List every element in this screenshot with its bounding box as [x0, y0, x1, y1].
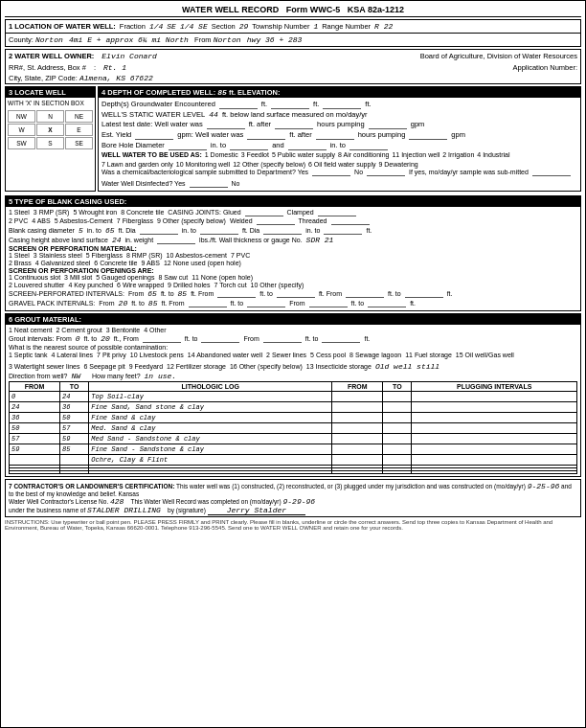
plug-from: [332, 455, 383, 466]
section6-label: 6 GROUT MATERIAL:: [6, 314, 580, 325]
s5-perf-label: SCREEN OR PERFORATION MATERIAL:: [9, 245, 577, 252]
section7-record-label: This Water Well Record was completed on …: [131, 498, 282, 505]
s6-grout-to: 20: [101, 334, 110, 343]
s4-static-label: WELL'S STATIC WATER LEVEL: [101, 110, 205, 119]
plug-from: [332, 392, 383, 402]
plug-to: [383, 455, 412, 466]
section1-county-val: Norton: [35, 35, 63, 44]
s4-bore-label: Bore Hole Diameter: [101, 141, 165, 149]
s4-gw-label: Depth(s) Groundwater Encountered: [101, 100, 215, 108]
plug-to: [383, 402, 412, 413]
s5-screen-perf-label: SCREEN-PERFORATED INTERVALS:: [9, 290, 124, 297]
section2-rr-val: Rt. 1: [103, 63, 126, 72]
plug-interval: [412, 471, 577, 474]
litho-to: 57: [60, 423, 89, 434]
s6-howmany-val: in use.: [145, 372, 177, 380]
litho-to: 59: [60, 434, 89, 444]
s5-from1: 65: [147, 289, 157, 298]
s5-blank-diam-val: 5: [79, 226, 83, 235]
plug-interval: [412, 434, 577, 444]
s4-est-val: [135, 130, 173, 140]
litho-to: [60, 471, 89, 474]
col-from2: FROM: [332, 382, 383, 392]
plug-to: [383, 423, 412, 434]
litho-log: Fine Sand & clay: [89, 413, 332, 423]
s6-dir-val: NW: [71, 372, 80, 380]
section1-section-no: 29: [239, 22, 249, 31]
section1-label: 1 LOCATION OF WATER WELL:: [9, 22, 116, 31]
section7-business-val: STALDER DRILLING: [87, 506, 161, 514]
section1-township-val: 1: [313, 22, 318, 31]
litho-log: Fine Sand - Sandstone & clay: [89, 444, 332, 455]
map-nw: NW: [8, 110, 35, 123]
s5-screen-label: SCREEN OR PERFORATION OPENINGS ARE:: [9, 267, 577, 274]
section7-license-label: Water Well Contractor's License No.: [9, 498, 108, 505]
litho-to: [60, 455, 89, 466]
section1-direction-val: hwy 36 + 283: [247, 35, 303, 44]
table-row: Ochre, Clay & Flint: [10, 455, 577, 466]
section7-record-date: 9-29-96: [282, 497, 315, 506]
instructions-text: INSTRUCTIONS: Use typewriter or ball poi…: [5, 519, 552, 531]
section1-distance-val: 4mi E + approx 6¾ mi North: [69, 35, 189, 44]
map-ne: NE: [65, 110, 93, 123]
plug-to: [383, 434, 412, 444]
section-4: 4 DEPTH OF COMPLETED WELL: 85 ft. ELEVAT…: [98, 86, 581, 192]
litho-from: 50: [10, 423, 60, 434]
map-n: N: [36, 110, 64, 123]
litho-to: 85: [60, 444, 89, 455]
section-6: 6 GROUT MATERIAL: 1 Neat cement 2 Cement…: [5, 313, 581, 477]
s6-howmany-label: How many feet?: [92, 373, 141, 379]
col-to1: TO: [60, 382, 89, 392]
litho-from: 24: [10, 402, 60, 413]
section4-label: 4 DEPTH OF COMPLETED WELL: 85 ft. ELEVAT…: [99, 87, 580, 98]
litho-to: 36: [60, 402, 89, 413]
table-row: 57 59 Med Sand - Sandstone & clay: [10, 434, 577, 444]
col-to2: TO: [383, 382, 412, 392]
litho-to: 24: [60, 392, 89, 402]
col-from1: FROM: [10, 382, 60, 392]
table-row: 59 85 Fine Sand - Sandstone & clay: [10, 444, 577, 455]
col-plug: PLUGGING INTERVALS: [412, 382, 577, 392]
section7-sig-label: by (signature): [168, 507, 206, 513]
plug-from: [332, 423, 383, 434]
s6-dir-label: Direction from well?: [9, 373, 67, 379]
plug-to: [383, 413, 412, 423]
plug-from: [332, 471, 383, 474]
section7-sig-val: Jerry Stalder: [208, 506, 305, 515]
litho-from: [10, 455, 60, 466]
plug-to: [383, 392, 412, 402]
plug-interval: [412, 413, 577, 423]
litho-to: 50: [60, 413, 89, 423]
section-2: 2 WATER WELL OWNER: Elvin Conard Board o…: [5, 49, 581, 84]
s4-latest-val: [207, 120, 245, 129]
s5-to-val: 65: [105, 226, 115, 235]
s5-blank-diam-label: Blank casing diameter: [9, 227, 75, 234]
section7-belief: to the best of my knowledge and belief. …: [9, 490, 139, 497]
section1-se1: SE: [167, 22, 176, 31]
litho-log: Ochre, Clay & Flint: [89, 455, 332, 466]
plug-from: [332, 402, 383, 413]
section1-se2: 1/4 SE: [180, 22, 208, 31]
s4-use-label: WELL WATER TO BE USED AS:: [101, 151, 202, 158]
litho-from: 36: [10, 413, 60, 423]
s4-ft2: [271, 100, 309, 109]
s4-gpm2: [409, 130, 447, 140]
plug-interval: [412, 402, 577, 413]
plug-from: [332, 413, 383, 423]
s5-gravel-from1: 20: [119, 299, 128, 307]
litho-table: FROM TO LITHOLOGIC LOG FROM TO PLUGGING …: [9, 381, 577, 474]
section7-cert-text: This water well was (1) constructed, (2)…: [176, 483, 526, 489]
title-form: Form WWC-5: [286, 5, 341, 14]
section1-county-label: County: [9, 35, 32, 44]
s5-casing-height-val: 24: [112, 236, 122, 244]
section3-label: 3 LOCATE WELL: [6, 87, 95, 98]
plug-interval: [412, 455, 577, 466]
litho-log: Fine Sand, Sand stone & clay: [89, 402, 332, 413]
section5-label: 5 TYPE OF BLANK CASING USED:: [6, 196, 580, 207]
map-e: E: [65, 124, 93, 136]
section7-label: 7 CONTRACTOR'S OR LANDOWNER'S CERTIFICAT…: [9, 483, 174, 489]
section1-fraction-label: Fraction: [120, 22, 146, 31]
s4-ft-after2: [247, 130, 285, 140]
section2-app-label: Application Number:: [512, 63, 577, 72]
section7-license-val: 428: [110, 497, 124, 506]
